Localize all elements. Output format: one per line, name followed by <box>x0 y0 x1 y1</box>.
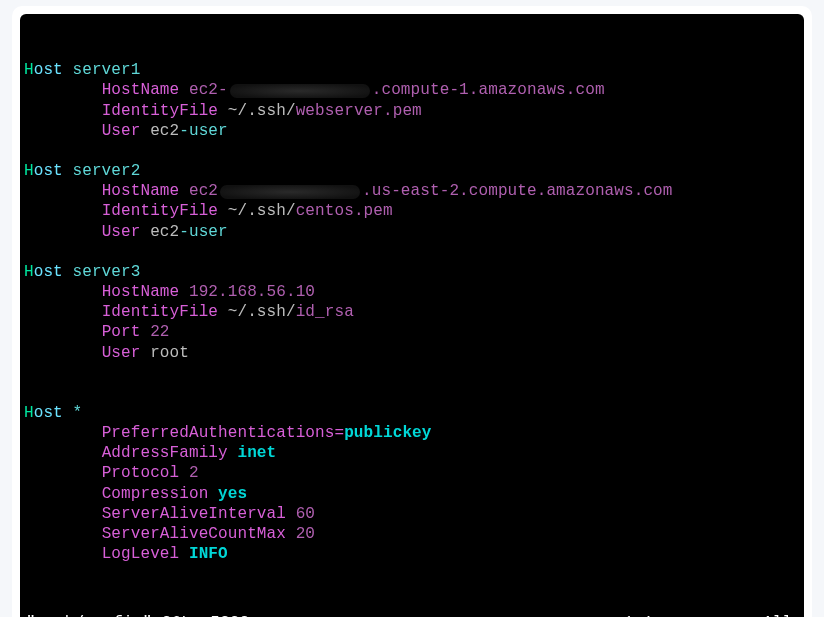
blank-line <box>24 383 794 403</box>
config-value-prefix: ec2- <box>179 81 228 99</box>
host-keyword-ost: ost <box>34 263 63 281</box>
config-key: ServerAliveInterval <box>102 505 286 523</box>
host-alias: server2 <box>63 162 141 180</box>
config-key: HostName <box>102 283 180 301</box>
config-value-path: root <box>140 344 189 362</box>
config-value: 192.168.56.10 <box>179 283 315 301</box>
config-key: Compression <box>102 485 209 503</box>
terminal-view: Host server1 HostName ec2-.compute-1.ama… <box>20 14 804 617</box>
config-value-teal: -user <box>179 223 228 241</box>
config-value-teal: -user <box>179 122 228 140</box>
config-line: IdentityFile ~/.ssh/webserver.pem <box>24 101 794 121</box>
config-key: HostName <box>102 81 180 99</box>
indent <box>24 464 102 482</box>
config-value: centos.pem <box>296 202 393 220</box>
indent <box>24 323 102 341</box>
indent <box>24 444 102 462</box>
config-value: webserver.pem <box>296 102 422 120</box>
config-value: 22 <box>140 323 169 341</box>
indent <box>24 202 102 220</box>
indent <box>24 545 102 563</box>
config-line: IdentityFile ~/.ssh/id_rsa <box>24 302 794 322</box>
config-value-suffix: .us-east-2.compute.amazonaws.com <box>362 182 672 200</box>
config-key: IdentityFile <box>102 303 218 321</box>
indent <box>24 424 102 442</box>
host-keyword-ost: ost <box>34 162 63 180</box>
config-value-suffix: .compute-1.amazonaws.com <box>372 81 605 99</box>
indent <box>24 525 102 543</box>
status-cursor-pos: 1,1 <box>249 613 763 617</box>
blank-line <box>24 242 794 262</box>
config-value-path: ~/.ssh/ <box>218 202 296 220</box>
host-line: Host * <box>24 403 794 423</box>
config-key: Port <box>102 323 141 341</box>
config-value: id_rsa <box>296 303 354 321</box>
config-key: LogLevel <box>102 545 180 563</box>
config-value-keyword: inet <box>228 444 277 462</box>
config-key: User <box>102 223 141 241</box>
host-keyword-h: H <box>24 404 34 422</box>
host-keyword-ost: ost <box>34 404 63 422</box>
config-line: IdentityFile ~/.ssh/centos.pem <box>24 201 794 221</box>
host-line: Host server2 <box>24 161 794 181</box>
host-keyword-h: H <box>24 263 34 281</box>
config-line: AddressFamily inet <box>24 443 794 463</box>
config-value-path: ec2 <box>140 122 179 140</box>
host-line: Host server1 <box>24 60 794 80</box>
vim-status-bar: ".ssh/config" 26L, 532C 1,1 All <box>24 605 794 617</box>
host-alias: * <box>63 404 82 422</box>
config-line: User ec2-user <box>24 222 794 242</box>
config-key: AddressFamily <box>102 444 228 462</box>
indent <box>24 223 102 241</box>
indent <box>24 303 102 321</box>
config-line: ServerAliveCountMax 20 <box>24 524 794 544</box>
config-line: User root <box>24 343 794 363</box>
config-value-prefix: ec2 <box>179 182 218 200</box>
status-file-info: ".ssh/config" 26L, 532C <box>26 613 249 617</box>
config-value-keyword: INFO <box>179 545 228 563</box>
redacted-smudge <box>230 84 370 98</box>
indent <box>24 102 102 120</box>
config-value-path: ec2 <box>140 223 179 241</box>
config-key: User <box>102 122 141 140</box>
screenshot-frame: Host server1 HostName ec2-.compute-1.ama… <box>12 6 812 617</box>
indent <box>24 344 102 362</box>
indent <box>24 81 102 99</box>
config-key: PreferredAuthentications= <box>102 424 345 442</box>
config-line: User ec2-user <box>24 121 794 141</box>
blank-line <box>24 363 794 383</box>
host-line: Host server3 <box>24 262 794 282</box>
config-line: LogLevel INFO <box>24 544 794 564</box>
indent <box>24 122 102 140</box>
status-scroll-mode: All <box>763 613 792 617</box>
config-value-path: ~/.ssh/ <box>218 303 296 321</box>
indent <box>24 283 102 301</box>
config-value-path: ~/.ssh/ <box>218 102 296 120</box>
config-line: HostName ec2.us-east-2.compute.amazonaws… <box>24 181 794 201</box>
indent <box>24 485 102 503</box>
config-line: PreferredAuthentications=publickey <box>24 423 794 443</box>
config-key: Protocol <box>102 464 180 482</box>
host-alias: server3 <box>63 263 141 281</box>
config-value: 2 <box>179 464 198 482</box>
config-key: ServerAliveCountMax <box>102 525 286 543</box>
config-value-keyword: yes <box>208 485 247 503</box>
config-key: User <box>102 344 141 362</box>
config-line: HostName ec2-.compute-1.amazonaws.com <box>24 80 794 100</box>
blank-line <box>24 141 794 161</box>
config-value: 60 <box>286 505 315 523</box>
host-keyword-ost: ost <box>34 61 63 79</box>
config-line: Port 22 <box>24 322 794 342</box>
indent <box>24 182 102 200</box>
config-line: HostName 192.168.56.10 <box>24 282 794 302</box>
redacted-smudge <box>220 185 360 199</box>
host-alias: server1 <box>63 61 141 79</box>
config-line: ServerAliveInterval 60 <box>24 504 794 524</box>
ssh-config-content: Host server1 HostName ec2-.compute-1.ama… <box>24 60 794 564</box>
config-key: IdentityFile <box>102 102 218 120</box>
config-line: Protocol 2 <box>24 463 794 483</box>
config-value: 20 <box>286 525 315 543</box>
host-keyword-h: H <box>24 162 34 180</box>
indent <box>24 505 102 523</box>
config-value-keyword: publickey <box>344 424 431 442</box>
